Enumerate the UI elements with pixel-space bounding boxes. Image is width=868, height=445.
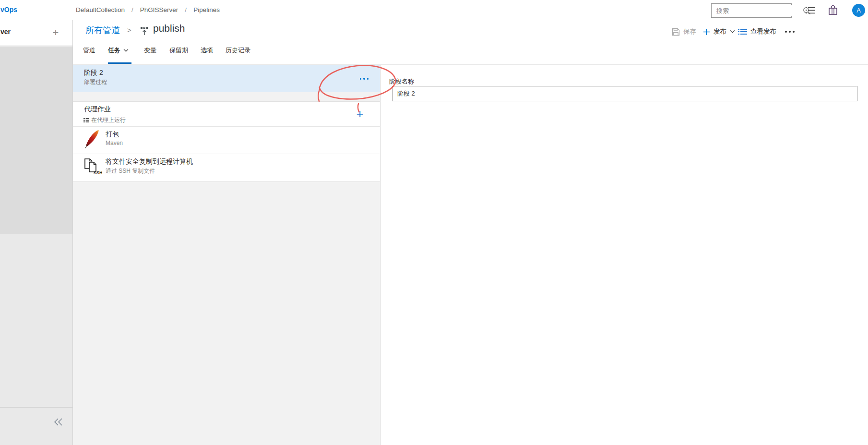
stage-more-actions-button[interactable]	[356, 73, 372, 84]
save-button[interactable]: 保存	[672, 26, 696, 37]
task-title: 将文件安全复制到远程计算机	[106, 157, 193, 166]
save-label: 保存	[683, 27, 696, 36]
stage-form-panel: 阶段名称	[380, 65, 868, 445]
sidebar-divider	[0, 407, 72, 408]
tab-tasks-label: 任务	[108, 46, 120, 55]
agent-job-card: 代理作业 在代理上运行 +	[73, 101, 380, 182]
ellipsis-icon	[785, 31, 795, 33]
view-releases-button[interactable]: 查看发布	[738, 26, 776, 37]
search-box	[711, 3, 792, 18]
pipeline-title: publish	[153, 23, 185, 34]
azure-devops-logo[interactable]: vOps	[0, 6, 17, 13]
task-row-maven[interactable]: 打包 Maven	[73, 127, 380, 154]
maven-feather-icon	[84, 130, 100, 149]
tab-pipeline[interactable]: 管道	[83, 46, 95, 55]
task-subtitle: Maven	[106, 140, 123, 146]
tab-tasks[interactable]: 任务	[108, 46, 129, 55]
releases-list-icon	[738, 28, 747, 36]
collapse-sidebar-icon[interactable]	[53, 417, 65, 427]
more-commands-button[interactable]	[785, 26, 795, 37]
search-input[interactable]	[712, 5, 803, 16]
save-icon	[672, 28, 680, 36]
create-release-button[interactable]: 发布	[703, 26, 735, 37]
add-task-button[interactable]: +	[353, 107, 367, 121]
create-release-label: 发布	[713, 27, 726, 36]
all-pipelines-link[interactable]: 所有管道	[85, 24, 120, 36]
breadcrumb: DefaultCollection / PhGISServer / Pipeli…	[76, 6, 220, 13]
task-subtitle: 通过 SSH 复制文件	[106, 167, 155, 175]
tab-retention[interactable]: 保留期	[169, 46, 188, 55]
view-releases-label: 查看发布	[750, 27, 776, 36]
agent-job-subtitle: 在代理上运行	[83, 116, 126, 124]
active-tab-underline	[108, 62, 131, 64]
tab-history[interactable]: 历史记录	[226, 46, 250, 55]
breadcrumb-pipelines[interactable]: Pipelines	[193, 6, 220, 13]
sidebar-title: ver	[0, 28, 11, 36]
ssh-icon-label: SSH	[94, 170, 102, 175]
sidebar-add-button[interactable]: +	[49, 27, 62, 39]
agent-job-header[interactable]: 代理作业 在代理上运行 +	[73, 102, 380, 127]
work-items-list-icon[interactable]	[805, 5, 816, 15]
user-avatar[interactable]: A	[852, 4, 865, 17]
breadcrumb-separator: /	[131, 6, 133, 13]
ssh-copy-icon: SSH	[83, 158, 102, 175]
pipeline-header: 所有管道 > publish 管道 任务 变量 保留期 选项 历史记录 保存 发…	[73, 20, 868, 65]
plus-icon	[703, 28, 710, 36]
tasks-panel: 阶段 2 部署过程 代理作业 在代理上运行 +	[73, 65, 380, 445]
agent-icon	[83, 118, 89, 123]
breadcrumb-separator: /	[185, 6, 187, 13]
agent-job-title: 代理作业	[84, 105, 111, 114]
stage-name: 阶段 2	[84, 69, 103, 77]
stage-name-input[interactable]	[392, 86, 857, 101]
top-bar: vOps DefaultCollection / PhGISServer / P…	[0, 0, 868, 21]
release-pipeline-icon	[140, 26, 149, 36]
stage-row-selected[interactable]: 阶段 2 部署过程	[73, 65, 380, 92]
stage-name-label: 阶段名称	[389, 77, 414, 86]
stage-subtitle: 部署过程	[84, 78, 107, 86]
chevron-down-icon	[730, 30, 735, 34]
marketplace-bag-icon[interactable]	[828, 5, 838, 16]
header-breadcrumb-chevron: >	[127, 26, 131, 34]
tab-options[interactable]: 选项	[201, 46, 213, 55]
tab-variables[interactable]: 变量	[144, 46, 156, 55]
breadcrumb-project[interactable]: PhGISServer	[140, 6, 178, 13]
agent-job-subtitle-text: 在代理上运行	[91, 116, 126, 124]
release-list-sidebar: ver +	[0, 20, 73, 445]
avatar-initial: A	[856, 7, 861, 14]
task-title: 打包	[106, 130, 119, 139]
sidebar-header: ver +	[0, 20, 72, 46]
sidebar-selected-block[interactable]	[0, 47, 72, 234]
chevron-down-icon	[123, 48, 129, 52]
task-row-ssh-copy[interactable]: SSH 将文件安全复制到远程计算机 通过 SSH 复制文件	[73, 154, 380, 181]
breadcrumb-collection[interactable]: DefaultCollection	[76, 6, 125, 13]
